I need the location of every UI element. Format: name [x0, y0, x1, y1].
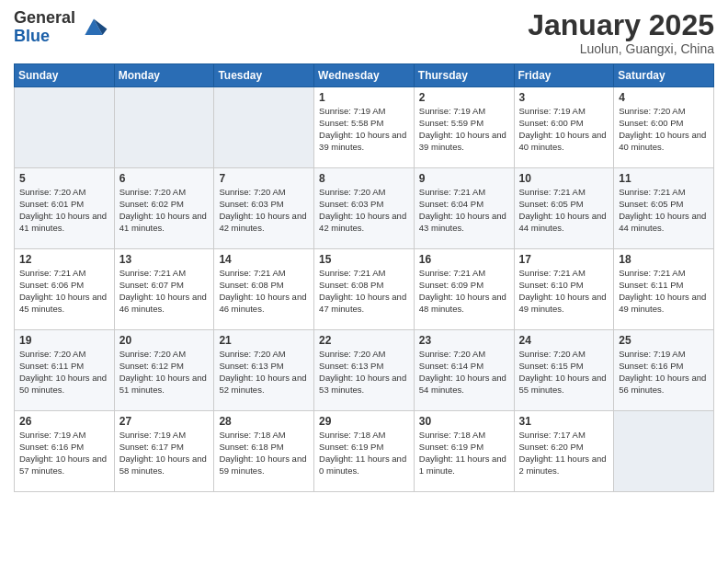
day-info: Sunrise: 7:20 AMSunset: 6:15 PMDaylight:… [519, 349, 609, 396]
calendar-cell: 19Sunrise: 7:20 AMSunset: 6:11 PMDayligh… [15, 330, 115, 411]
day-info: Sunrise: 7:18 AMSunset: 6:18 PMDaylight:… [219, 430, 309, 477]
calendar-cell: 20Sunrise: 7:20 AMSunset: 6:12 PMDayligh… [114, 330, 214, 411]
day-info: Sunrise: 7:20 AMSunset: 6:13 PMDaylight:… [219, 349, 309, 396]
day-number: 15 [319, 253, 409, 266]
day-info: Sunrise: 7:19 AMSunset: 6:16 PMDaylight:… [619, 349, 709, 396]
day-number: 19 [19, 334, 109, 347]
calendar-cell: 4Sunrise: 7:20 AMSunset: 6:00 PMDaylight… [614, 87, 714, 168]
calendar-cell: 5Sunrise: 7:20 AMSunset: 6:01 PMDaylight… [15, 168, 115, 249]
day-info: Sunrise: 7:20 AMSunset: 6:12 PMDaylight:… [119, 349, 210, 396]
day-info: Sunrise: 7:20 AMSunset: 6:14 PMDaylight:… [419, 349, 509, 396]
day-number: 27 [119, 415, 210, 428]
day-number: 9 [419, 172, 509, 185]
weekday-header: Wednesday [314, 64, 415, 87]
day-info: Sunrise: 7:17 AMSunset: 6:20 PMDaylight:… [519, 430, 609, 477]
day-number: 24 [519, 334, 609, 347]
day-number: 2 [419, 91, 509, 104]
day-number: 10 [519, 172, 609, 185]
day-info: Sunrise: 7:20 AMSunset: 6:03 PMDaylight:… [319, 187, 409, 234]
header: General Blue January 2025 Luolun, Guangx… [14, 9, 714, 56]
calendar-cell: 2Sunrise: 7:19 AMSunset: 5:59 PMDaylight… [414, 87, 514, 168]
day-info: Sunrise: 7:21 AMSunset: 6:11 PMDaylight:… [619, 268, 709, 315]
day-number: 1 [319, 91, 409, 104]
calendar-cell: 8Sunrise: 7:20 AMSunset: 6:03 PMDaylight… [314, 168, 415, 249]
calendar-cell: 17Sunrise: 7:21 AMSunset: 6:10 PMDayligh… [514, 249, 614, 330]
logo-text: General Blue [14, 9, 75, 46]
day-number: 14 [219, 253, 309, 266]
calendar-cell: 3Sunrise: 7:19 AMSunset: 6:00 PMDaylight… [514, 87, 614, 168]
weekday-header: Tuesday [214, 64, 314, 87]
calendar-cell: 30Sunrise: 7:18 AMSunset: 6:19 PMDayligh… [414, 411, 514, 492]
day-number: 11 [619, 172, 709, 185]
day-number: 21 [219, 334, 309, 347]
day-number: 7 [219, 172, 309, 185]
day-number: 17 [519, 253, 609, 266]
day-number: 30 [419, 415, 509, 428]
calendar-cell: 12Sunrise: 7:21 AMSunset: 6:06 PMDayligh… [15, 249, 115, 330]
calendar-cell: 21Sunrise: 7:20 AMSunset: 6:13 PMDayligh… [214, 330, 314, 411]
calendar-cell: 18Sunrise: 7:21 AMSunset: 6:11 PMDayligh… [614, 249, 714, 330]
calendar-cell: 7Sunrise: 7:20 AMSunset: 6:03 PMDaylight… [214, 168, 314, 249]
day-number: 5 [19, 172, 109, 185]
calendar-cell: 14Sunrise: 7:21 AMSunset: 6:08 PMDayligh… [214, 249, 314, 330]
day-number: 20 [119, 334, 210, 347]
day-info: Sunrise: 7:21 AMSunset: 6:04 PMDaylight:… [419, 187, 509, 234]
calendar-cell: 16Sunrise: 7:21 AMSunset: 6:09 PMDayligh… [414, 249, 514, 330]
calendar-cell [214, 87, 314, 168]
day-info: Sunrise: 7:20 AMSunset: 6:13 PMDaylight:… [319, 349, 409, 396]
day-info: Sunrise: 7:20 AMSunset: 6:02 PMDaylight:… [119, 187, 210, 234]
day-info: Sunrise: 7:18 AMSunset: 6:19 PMDaylight:… [319, 430, 409, 477]
weekday-header: Monday [114, 64, 214, 87]
day-number: 8 [319, 172, 409, 185]
calendar-cell: 13Sunrise: 7:21 AMSunset: 6:07 PMDayligh… [114, 249, 214, 330]
day-number: 4 [619, 91, 709, 104]
day-number: 25 [619, 334, 709, 347]
day-info: Sunrise: 7:19 AMSunset: 5:59 PMDaylight:… [419, 106, 509, 153]
calendar-cell: 24Sunrise: 7:20 AMSunset: 6:15 PMDayligh… [514, 330, 614, 411]
day-info: Sunrise: 7:21 AMSunset: 6:05 PMDaylight:… [519, 187, 609, 234]
calendar-cell [614, 411, 714, 492]
day-info: Sunrise: 7:19 AMSunset: 6:17 PMDaylight:… [119, 430, 210, 477]
calendar-cell: 15Sunrise: 7:21 AMSunset: 6:08 PMDayligh… [314, 249, 415, 330]
weekday-header-row: SundayMondayTuesdayWednesdayThursdayFrid… [15, 64, 714, 87]
calendar-week-row: 5Sunrise: 7:20 AMSunset: 6:01 PMDaylight… [15, 168, 714, 249]
calendar-table: SundayMondayTuesdayWednesdayThursdayFrid… [14, 63, 714, 492]
day-info: Sunrise: 7:21 AMSunset: 6:08 PMDaylight:… [219, 268, 309, 315]
calendar-cell: 23Sunrise: 7:20 AMSunset: 6:14 PMDayligh… [414, 330, 514, 411]
day-number: 18 [619, 253, 709, 266]
calendar-week-row: 1Sunrise: 7:19 AMSunset: 5:58 PMDaylight… [15, 87, 714, 168]
day-number: 12 [19, 253, 109, 266]
calendar-cell: 10Sunrise: 7:21 AMSunset: 6:05 PMDayligh… [514, 168, 614, 249]
calendar-week-row: 19Sunrise: 7:20 AMSunset: 6:11 PMDayligh… [15, 330, 714, 411]
calendar-cell: 27Sunrise: 7:19 AMSunset: 6:17 PMDayligh… [114, 411, 214, 492]
calendar-cell: 9Sunrise: 7:21 AMSunset: 6:04 PMDaylight… [414, 168, 514, 249]
calendar-week-row: 12Sunrise: 7:21 AMSunset: 6:06 PMDayligh… [15, 249, 714, 330]
day-info: Sunrise: 7:21 AMSunset: 6:07 PMDaylight:… [119, 268, 210, 315]
day-info: Sunrise: 7:20 AMSunset: 6:03 PMDaylight:… [219, 187, 309, 234]
month-title: January 2025 [528, 9, 714, 41]
calendar-cell: 25Sunrise: 7:19 AMSunset: 6:16 PMDayligh… [614, 330, 714, 411]
day-number: 28 [219, 415, 309, 428]
calendar-cell [114, 87, 214, 168]
day-info: Sunrise: 7:21 AMSunset: 6:08 PMDaylight:… [319, 268, 409, 315]
day-number: 23 [419, 334, 509, 347]
calendar-cell: 29Sunrise: 7:18 AMSunset: 6:19 PMDayligh… [314, 411, 415, 492]
calendar-cell: 31Sunrise: 7:17 AMSunset: 6:20 PMDayligh… [514, 411, 614, 492]
day-info: Sunrise: 7:21 AMSunset: 6:05 PMDaylight:… [619, 187, 709, 234]
calendar-cell: 26Sunrise: 7:19 AMSunset: 6:16 PMDayligh… [15, 411, 115, 492]
day-info: Sunrise: 7:20 AMSunset: 6:01 PMDaylight:… [19, 187, 109, 234]
day-number: 6 [119, 172, 210, 185]
calendar-cell: 6Sunrise: 7:20 AMSunset: 6:02 PMDaylight… [114, 168, 214, 249]
day-info: Sunrise: 7:20 AMSunset: 6:00 PMDaylight:… [619, 106, 709, 153]
calendar-cell: 11Sunrise: 7:21 AMSunset: 6:05 PMDayligh… [614, 168, 714, 249]
day-number: 29 [319, 415, 409, 428]
weekday-header: Friday [514, 64, 614, 87]
day-number: 3 [519, 91, 609, 104]
calendar-week-row: 26Sunrise: 7:19 AMSunset: 6:16 PMDayligh… [15, 411, 714, 492]
calendar-cell: 22Sunrise: 7:20 AMSunset: 6:13 PMDayligh… [314, 330, 415, 411]
day-info: Sunrise: 7:21 AMSunset: 6:10 PMDaylight:… [519, 268, 609, 315]
day-number: 22 [319, 334, 409, 347]
calendar-cell [15, 87, 115, 168]
weekday-header: Sunday [15, 64, 115, 87]
day-info: Sunrise: 7:18 AMSunset: 6:19 PMDaylight:… [419, 430, 509, 477]
